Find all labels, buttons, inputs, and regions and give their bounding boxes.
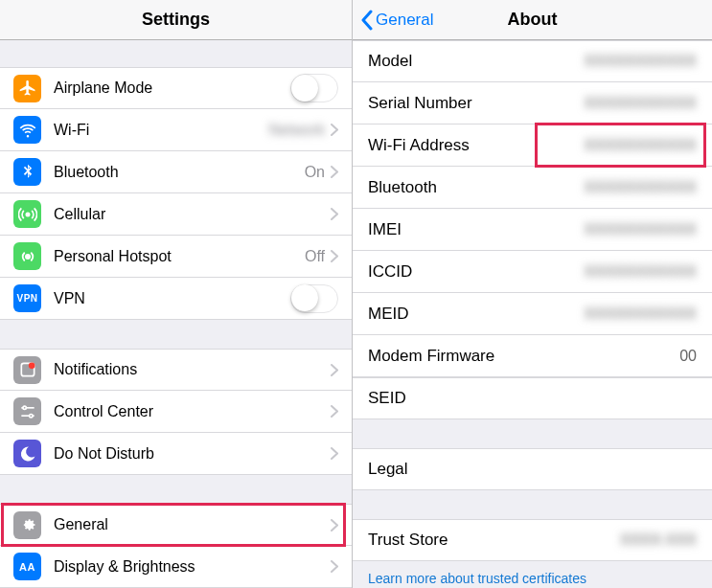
chevron-right-icon <box>331 208 338 220</box>
svg-point-4 <box>23 406 26 409</box>
bt-icon <box>13 158 41 186</box>
settings-row-cellular[interactable]: Cellular <box>0 193 352 236</box>
about-row-trust[interactable]: Trust Store XXXX-XXX <box>353 519 712 561</box>
about-label: SEID <box>368 389 697 408</box>
chevron-right-icon <box>331 519 338 531</box>
about-panel: General About ModelXXXXXXXXXXXSerial Num… <box>353 0 712 588</box>
vpn-icon: VPN <box>13 284 41 312</box>
settings-row-dnd[interactable]: Do Not Disturb <box>0 433 352 475</box>
chevron-right-icon <box>331 166 338 178</box>
row-label: Control Center <box>54 403 331 420</box>
row-detail: Network <box>268 122 325 139</box>
about-value: XXXXXXXXXXX <box>585 263 697 281</box>
about-value: XXXXXXXXXXX <box>585 137 697 154</box>
about-label: Bluetooth <box>368 178 585 197</box>
settings-row-hotspot[interactable]: Personal HotspotOff <box>0 236 352 278</box>
airplane-icon <box>13 75 41 102</box>
row-label: General <box>54 516 331 533</box>
about-value: XXXXXXXXXXX <box>585 179 697 196</box>
about-value: XXXXXXXXXXX <box>585 305 697 323</box>
about-value: 00 <box>679 348 697 365</box>
row-label: Do Not Disturb <box>54 445 331 463</box>
about-label: Model <box>368 52 585 71</box>
row-label: Personal Hotspot <box>54 248 305 265</box>
toggle-switch[interactable] <box>290 284 338 313</box>
row-label: Airplane Mode <box>54 79 290 97</box>
back-button[interactable]: General <box>360 10 433 31</box>
about-label: Trust Store <box>368 531 620 550</box>
settings-title: Settings <box>0 10 352 30</box>
chevron-right-icon <box>331 364 338 376</box>
svg-point-3 <box>28 363 34 370</box>
about-label: Wi-Fi Address <box>368 136 585 155</box>
about-row-imei: IMEIXXXXXXXXXXX <box>353 209 712 251</box>
about-value: XXXXXXXXXXX <box>585 95 697 112</box>
about-row-wifiaddr: Wi-Fi AddressXXXXXXXXXXX <box>353 124 712 167</box>
settings-row-airplane[interactable]: Airplane Mode <box>0 67 352 109</box>
row-detail: On <box>305 164 325 181</box>
display-icon: AA <box>13 553 41 580</box>
settings-row-controlcenter[interactable]: Control Center <box>0 391 352 433</box>
row-detail: Off <box>305 248 325 265</box>
chevron-right-icon <box>331 447 338 460</box>
about-label: ICCID <box>368 262 585 282</box>
chevron-right-icon <box>331 250 338 262</box>
svg-point-1 <box>25 254 29 258</box>
settings-header: Settings <box>0 0 352 40</box>
settings-row-bluetooth[interactable]: BluetoothOn <box>0 151 352 193</box>
about-row-modem: Modem Firmware00 <box>353 335 712 377</box>
row-label: VPN <box>54 290 290 307</box>
chevron-right-icon <box>331 560 338 573</box>
about-label: Serial Number <box>368 94 585 113</box>
svg-point-7 <box>29 414 32 417</box>
about-row-seid[interactable]: SEID <box>353 377 712 419</box>
about-label: Modem Firmware <box>368 347 679 366</box>
about-value: XXXXXXXXXXX <box>585 53 697 70</box>
back-label: General <box>376 11 433 30</box>
about-row-btaddr: BluetoothXXXXXXXXXXX <box>353 167 712 209</box>
settings-row-display[interactable]: AADisplay & Brightness <box>0 546 352 588</box>
about-value: XXXXXXXXXXX <box>585 221 697 238</box>
hotspot-icon <box>13 242 41 270</box>
about-row-serial: Serial NumberXXXXXXXXXXX <box>353 82 712 124</box>
about-row-model: ModelXXXXXXXXXXX <box>353 40 712 82</box>
dnd-icon <box>13 440 41 467</box>
row-label: Notifications <box>54 361 331 378</box>
trusted-certificates-link[interactable]: Learn more about trusted certificates <box>353 561 712 588</box>
settings-row-wifi[interactable]: Wi-FiNetwork <box>0 109 352 151</box>
about-row-meid: MEIDXXXXXXXXXXX <box>353 293 712 335</box>
about-header: General About <box>353 0 712 40</box>
cc-icon <box>13 397 41 425</box>
row-label: Wi-Fi <box>54 122 268 139</box>
row-label: Bluetooth <box>54 164 305 181</box>
row-label: Display & Brightness <box>54 558 331 576</box>
svg-point-0 <box>26 213 29 215</box>
settings-row-general[interactable]: General <box>0 504 352 546</box>
about-label: IMEI <box>368 220 585 239</box>
row-label: Cellular <box>54 206 331 223</box>
settings-row-notifications[interactable]: Notifications <box>0 349 352 391</box>
chevron-right-icon <box>331 405 338 418</box>
wifi-icon <box>13 116 41 144</box>
notif-icon <box>13 356 41 384</box>
chevron-left-icon <box>360 10 374 31</box>
about-label: MEID <box>368 305 585 324</box>
about-row-legal[interactable]: Legal <box>353 448 712 490</box>
settings-panel: Settings Airplane ModeWi-FiNetworkBlueto… <box>0 0 353 588</box>
about-value: XXXX-XXX <box>620 531 697 549</box>
general-icon <box>13 511 41 539</box>
chevron-right-icon <box>331 124 338 136</box>
cell-icon <box>13 200 41 228</box>
about-row-iccid: ICCIDXXXXXXXXXXX <box>353 251 712 293</box>
about-label: Legal <box>368 460 697 479</box>
settings-row-vpn[interactable]: VPNVPN <box>0 278 352 320</box>
toggle-switch[interactable] <box>290 74 338 102</box>
